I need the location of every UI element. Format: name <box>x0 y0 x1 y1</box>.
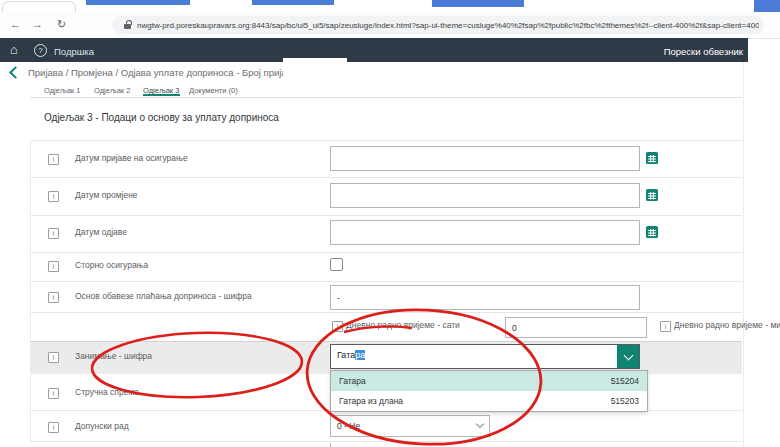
tab-odjeljak-2[interactable]: Одјељак 2 <box>94 86 130 95</box>
chevron-down-icon <box>623 350 633 360</box>
taxpayer-label: Порески обвезник <box>664 46 743 57</box>
dropdown-item-gatara[interactable]: Гатара 515204 <box>331 371 647 391</box>
titlebar-fragment <box>432 0 524 7</box>
field-label-osnov: Основ обавезе плаћања доприноса - шифра <box>75 291 252 301</box>
field-label-datum-promjene: Датум промјене <box>75 190 138 200</box>
redaction-box <box>283 58 347 96</box>
row-divider <box>30 281 742 282</box>
info-icon[interactable]: i <box>332 321 343 332</box>
zanimanje-combobox[interactable]: Гатара <box>330 344 640 369</box>
dropdown-item-name: Гатара из длана <box>339 396 403 406</box>
field-label-strucna-sprema: Стручна спрема <box>75 387 139 397</box>
home-icon[interactable]: ⌂ <box>10 42 18 57</box>
calendar-icon[interactable] <box>646 189 658 201</box>
back-icon[interactable]: ← <box>10 19 21 30</box>
tab-dokumenti[interactable]: Документи (0) <box>189 86 238 95</box>
occupation-dropdown-list: Гатара 515204 Гатара из длана 515203 <box>330 370 648 412</box>
info-icon[interactable]: i <box>660 321 671 332</box>
section-title: Одјељак 3 - Подаци о основу за уплату до… <box>44 112 279 123</box>
screenshot-root: ← → ↻ nwgtw-prd.poreskaupravars.org:8443… <box>0 0 780 447</box>
field-label-storno: Сторно осигурања <box>75 260 148 270</box>
calendar-icon[interactable] <box>646 226 658 238</box>
titlebar-fragment <box>754 0 780 12</box>
info-icon[interactable]: i <box>48 261 59 272</box>
row-divider <box>30 215 742 216</box>
sati-input[interactable] <box>505 317 647 338</box>
row-divider <box>30 252 742 253</box>
datum-promjene-input[interactable] <box>330 183 640 208</box>
info-icon[interactable]: i <box>48 422 59 433</box>
info-icon[interactable]: i <box>48 388 59 399</box>
tabs-divider <box>30 97 742 98</box>
info-icon[interactable]: i <box>48 292 59 303</box>
datum-prijave-input[interactable] <box>330 146 640 171</box>
storno-checkbox[interactable] <box>330 258 343 271</box>
field-label-datum-prijave: Датум пријаве на осигурање <box>75 153 188 163</box>
support-link[interactable]: Подршка <box>54 46 94 57</box>
combobox-value: Гатара <box>337 350 365 360</box>
breadcrumb: Пријава / Промјена / Одјава уплате допри… <box>28 67 300 78</box>
calendar-icon[interactable] <box>646 152 658 164</box>
tab-odjeljak-1[interactable]: Одјељак 1 <box>44 86 80 95</box>
row-divider <box>30 177 742 178</box>
back-chevron-icon[interactable] <box>9 66 22 79</box>
info-icon[interactable]: i <box>48 352 59 363</box>
row-divider <box>30 140 742 141</box>
field-label-zanimanje: Занимање - шифра <box>75 351 152 361</box>
field-label-dopunski-rad: Допунски рад <box>75 421 129 431</box>
field-label-minuti: Дневно радно вријеме - минути <box>674 320 780 330</box>
info-icon[interactable]: i <box>48 154 59 165</box>
app-header-bar <box>0 38 748 62</box>
dopunski-rad-select[interactable]: 0 - Не <box>330 415 490 437</box>
row-divider <box>30 441 742 442</box>
autocomplete-selection: ра <box>355 350 365 360</box>
dropdown-item-code: 515204 <box>611 376 639 386</box>
titlebar-fragment <box>86 0 190 5</box>
url-text[interactable]: nwgtw-prd.poreskaupravars.org:8443/sap/b… <box>137 21 759 30</box>
panel-left-border <box>30 140 31 442</box>
dropdown-item-code: 515203 <box>611 396 639 406</box>
info-icon[interactable]: i <box>48 228 59 239</box>
info-icon[interactable]: i <box>48 191 59 202</box>
forward-icon[interactable]: → <box>32 19 43 30</box>
combobox-dropdown-button[interactable] <box>617 345 639 368</box>
next-input-edge <box>330 443 331 447</box>
reload-icon[interactable]: ↻ <box>57 19 66 30</box>
osnov-input[interactable] <box>330 285 640 310</box>
select-value: 0 - Не <box>337 421 360 431</box>
help-icon[interactable]: ? <box>34 44 47 57</box>
field-label-sati: Дневно радно вријеме - сати <box>346 320 460 330</box>
datum-odjave-input[interactable] <box>330 220 640 245</box>
lock-icon-body <box>124 24 131 29</box>
help-glyph: ? <box>38 46 42 55</box>
row-divider <box>30 312 742 313</box>
chevron-down-icon <box>477 423 483 427</box>
dropdown-item-gatara-iz-dlana[interactable]: Гатара из длана 515203 <box>331 391 647 411</box>
titlebar-fragment <box>252 0 334 5</box>
dropdown-item-name: Гатара <box>339 376 366 386</box>
panel-right-border <box>743 62 744 447</box>
field-label-datum-odjave: Датум одјаве <box>75 227 127 237</box>
active-tab-underline <box>143 94 180 96</box>
